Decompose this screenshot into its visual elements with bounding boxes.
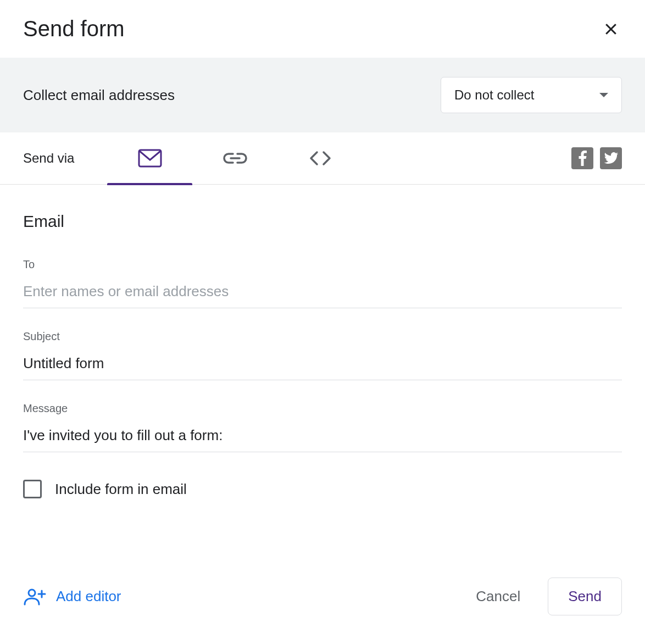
send-via-tabs: Send via xyxy=(0,132,645,185)
to-label: To xyxy=(23,258,622,271)
include-form-label: Include form in email xyxy=(55,481,187,498)
mail-icon xyxy=(138,149,162,168)
cancel-button[interactable]: Cancel xyxy=(465,580,531,613)
include-form-checkbox[interactable] xyxy=(23,480,42,498)
close-icon xyxy=(603,21,619,37)
add-editor-button[interactable]: Add editor xyxy=(23,588,121,606)
link-icon xyxy=(223,152,247,164)
dialog-header: Send form xyxy=(0,0,645,58)
subject-field-group: Subject xyxy=(23,330,622,380)
close-button[interactable] xyxy=(600,18,622,40)
dialog-title: Send form xyxy=(23,16,125,41)
dialog-footer: Add editor Cancel Send xyxy=(0,567,645,644)
send-form-dialog: Send form Collect email addresses Do not… xyxy=(0,0,645,644)
collect-email-bar: Collect email addresses Do not collect xyxy=(0,58,645,132)
collect-email-value: Do not collect xyxy=(454,87,534,103)
message-input[interactable] xyxy=(23,421,622,452)
include-form-row: Include form in email xyxy=(23,480,622,498)
share-facebook-button[interactable] xyxy=(571,147,593,169)
add-editor-label: Add editor xyxy=(56,588,121,605)
message-label: Message xyxy=(23,402,622,415)
footer-actions: Cancel Send xyxy=(465,578,622,615)
twitter-icon xyxy=(604,152,618,164)
message-field-group: Message xyxy=(23,402,622,452)
tab-link[interactable] xyxy=(192,132,277,185)
subject-label: Subject xyxy=(23,330,622,343)
share-twitter-button[interactable] xyxy=(600,147,622,169)
send-via-label: Send via xyxy=(23,151,74,166)
chevron-down-icon xyxy=(599,93,608,97)
email-section: Email To Subject Message Include form in… xyxy=(0,185,645,567)
subject-input[interactable] xyxy=(23,349,622,380)
collect-email-select[interactable]: Do not collect xyxy=(441,77,622,113)
social-share xyxy=(571,147,622,169)
tab-email[interactable] xyxy=(107,132,192,185)
to-field-group: To xyxy=(23,258,622,308)
svg-point-4 xyxy=(29,590,35,596)
tab-embed[interactable] xyxy=(277,132,363,185)
facebook-icon xyxy=(578,151,587,166)
send-button[interactable]: Send xyxy=(548,578,622,615)
to-input[interactable] xyxy=(23,277,622,308)
collect-email-label: Collect email addresses xyxy=(23,87,175,104)
person-add-icon xyxy=(23,588,47,606)
code-icon xyxy=(308,151,332,166)
email-heading: Email xyxy=(23,212,622,231)
